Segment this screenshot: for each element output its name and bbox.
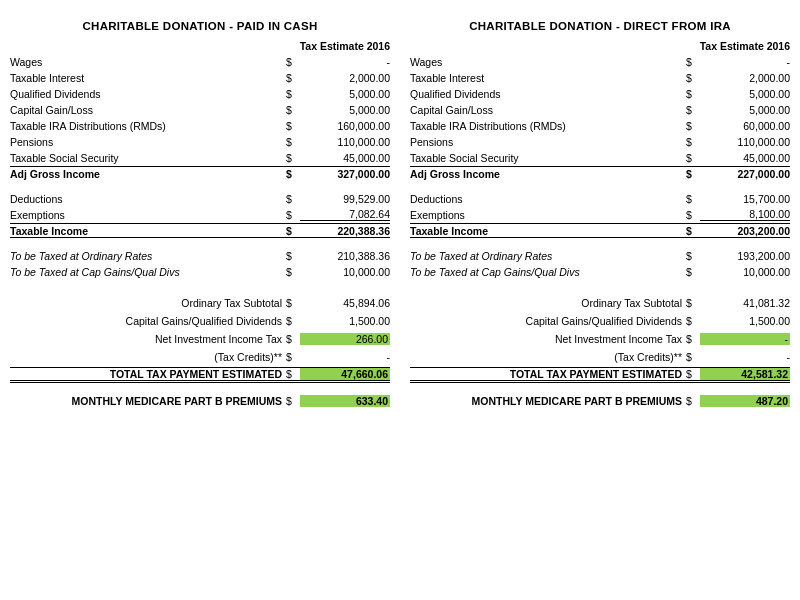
right-rates: To be Taxed at Ordinary Rates$193,200.00…	[410, 248, 790, 279]
summary-item: Capital Gains/Qualified Dividends$1,500.…	[410, 313, 790, 329]
summary-item: Net Investment Income Tax$-	[410, 331, 790, 347]
summary-dollar: $	[286, 333, 300, 345]
rate-label: To be Taxed at Ordinary Rates	[410, 250, 686, 262]
dollar-sign: $	[686, 120, 700, 132]
rate-label: To be Taxed at Ordinary Rates	[10, 250, 286, 262]
right-taxable-label: Taxable Income	[410, 225, 686, 237]
left-taxable-row: Taxable Income $ 220,388.36	[10, 223, 390, 238]
left-adj-row: Adj Gross Income $ 327,000.00	[10, 166, 390, 181]
dollar-sign: $	[286, 193, 300, 205]
row-value: 45,000.00	[700, 152, 790, 164]
rate-value: 10,000.00	[700, 266, 790, 278]
rate-label: To be Taxed at Cap Gains/Qual Divs	[410, 266, 686, 278]
left-adj-label: Adj Gross Income	[10, 168, 286, 180]
dollar-sign: $	[686, 250, 700, 262]
row-value: 5,000.00	[300, 104, 390, 116]
summary-value: 1,500.00	[300, 315, 390, 327]
left-total-label: TOTAL TAX PAYMENT ESTIMATED	[10, 368, 286, 380]
dollar-sign: $	[686, 136, 700, 148]
dollar-sign: $	[286, 136, 300, 148]
list-item: Taxable Interest$2,000.00	[10, 70, 390, 85]
summary-dollar: $	[686, 351, 700, 363]
left-adj-value: 327,000.00	[300, 168, 390, 180]
right-taxable-value: 203,200.00	[700, 225, 790, 237]
row-label: Capital Gain/Loss	[10, 104, 286, 116]
dollar-sign: $	[286, 266, 300, 278]
left-medicare-row: MONTHLY MEDICARE PART B PREMIUMS $ 633.4…	[10, 393, 390, 409]
left-taxable-label: Taxable Income	[10, 225, 286, 237]
dollar-sign: $	[286, 88, 300, 100]
row-value: 15,700.00	[700, 193, 790, 205]
dollar-sign: $	[686, 72, 700, 84]
list-item: Wages$-	[10, 54, 390, 69]
row-value: 60,000.00	[700, 120, 790, 132]
right-adj-label: Adj Gross Income	[410, 168, 686, 180]
row-label: Wages	[410, 56, 686, 68]
right-medicare-row: MONTHLY MEDICARE PART B PREMIUMS $ 487.2…	[410, 393, 790, 409]
row-label: Taxable Interest	[10, 72, 286, 84]
right-medicare-label: MONTHLY MEDICARE PART B PREMIUMS	[410, 395, 686, 407]
dollar-sign: $	[286, 209, 300, 221]
dollar-sign: $	[686, 104, 700, 116]
row-label: Pensions	[410, 136, 686, 148]
row-value: 5,000.00	[300, 88, 390, 100]
summary-item: Ordinary Tax Subtotal$41,081.32	[410, 295, 790, 311]
row-value: 5,000.00	[700, 104, 790, 116]
row-label: Exemptions	[10, 209, 286, 221]
list-item: Pensions$110,000.00	[410, 134, 790, 149]
summary-label: (Tax Credits)**	[410, 351, 686, 363]
right-taxable-dollar: $	[686, 225, 700, 237]
summary-label: Ordinary Tax Subtotal	[10, 297, 286, 309]
summary-dollar: $	[286, 315, 300, 327]
dollar-sign: $	[686, 209, 700, 221]
summary-item: (Tax Credits)**$-	[410, 349, 790, 365]
left-deductions: Deductions$99,529.00Exemptions$7,082.64	[10, 191, 390, 222]
rate-value: 10,000.00	[300, 266, 390, 278]
dollar-sign: $	[686, 56, 700, 68]
left-medicare-dollar: $	[286, 395, 300, 407]
row-value: 5,000.00	[700, 88, 790, 100]
right-summary: Ordinary Tax Subtotal$41,081.32Capital G…	[410, 295, 790, 409]
rate-label: To be Taxed at Cap Gains/Qual Divs	[10, 266, 286, 278]
main-container: CHARITABLE DONATION - PAID IN CASH Tax E…	[10, 20, 790, 411]
dollar-sign: $	[686, 152, 700, 164]
summary-item: Ordinary Tax Subtotal$45,894.06	[10, 295, 390, 311]
dollar-sign: $	[686, 193, 700, 205]
left-taxable-value: 220,388.36	[300, 225, 390, 237]
list-item: Deductions$99,529.00	[10, 191, 390, 206]
row-value: 45,000.00	[300, 152, 390, 164]
list-item: To be Taxed at Ordinary Rates$193,200.00	[410, 248, 790, 263]
left-total-dollar: $	[286, 368, 300, 380]
row-label: Taxable Interest	[410, 72, 686, 84]
list-item: Qualified Dividends$5,000.00	[10, 86, 390, 101]
right-taxable-row: Taxable Income $ 203,200.00	[410, 223, 790, 238]
right-medicare-dollar: $	[686, 395, 700, 407]
row-label: Taxable Social Security	[10, 152, 286, 164]
row-value: 110,000.00	[700, 136, 790, 148]
right-header-label: Tax Estimate 2016	[670, 40, 790, 52]
row-value: 99,529.00	[300, 193, 390, 205]
row-label: Qualified Dividends	[410, 88, 686, 100]
summary-label: Net Investment Income Tax	[410, 333, 686, 345]
right-total-row: TOTAL TAX PAYMENT ESTIMATED $ 42,581.32	[410, 367, 790, 383]
right-adj-value: 227,000.00	[700, 168, 790, 180]
left-summary: Ordinary Tax Subtotal$45,894.06Capital G…	[10, 295, 390, 409]
left-total-value: 47,660.06	[300, 368, 390, 380]
row-label: Deductions	[410, 193, 686, 205]
row-label: Wages	[10, 56, 286, 68]
right-income-rows: Wages$-Taxable Interest$2,000.00Qualifie…	[410, 54, 790, 165]
left-medicare-value: 633.40	[300, 395, 390, 407]
list-item: Qualified Dividends$5,000.00	[410, 86, 790, 101]
right-title: CHARITABLE DONATION - DIRECT FROM IRA	[410, 20, 790, 32]
dollar-sign: $	[686, 88, 700, 100]
left-total-row: TOTAL TAX PAYMENT ESTIMATED $ 47,660.06	[10, 367, 390, 383]
row-label: Taxable IRA Distributions (RMDs)	[410, 120, 686, 132]
summary-dollar: $	[286, 297, 300, 309]
summary-dollar: $	[686, 315, 700, 327]
left-header-row: Tax Estimate 2016	[10, 40, 390, 52]
summary-dollar: $	[686, 333, 700, 345]
summary-dollar: $	[286, 351, 300, 363]
row-label: Taxable Social Security	[410, 152, 686, 164]
summary-label: Capital Gains/Qualified Dividends	[10, 315, 286, 327]
list-item: To be Taxed at Cap Gains/Qual Divs$10,00…	[10, 264, 390, 279]
